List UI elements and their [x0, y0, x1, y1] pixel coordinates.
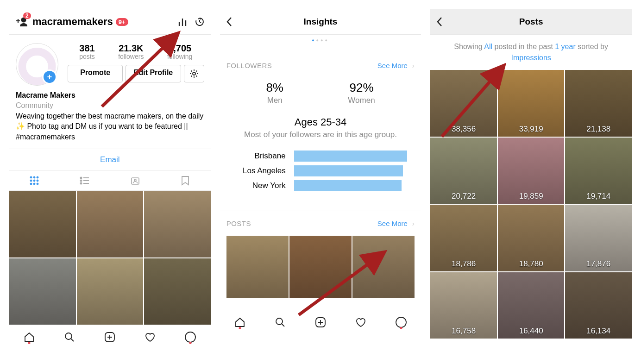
svg-point-20 — [276, 318, 283, 325]
impressions-count: 19,859 — [498, 192, 565, 201]
chevron-right-icon: › — [412, 220, 415, 227]
gear-icon[interactable] — [184, 65, 204, 82]
svg-point-8 — [30, 183, 32, 185]
impressions-count: 16,440 — [498, 326, 565, 336]
post-thumb[interactable]: 19,859 — [498, 138, 565, 204]
tab-tagged[interactable] — [110, 171, 160, 190]
impressions-count: 16,758 — [430, 326, 497, 336]
post-thumb[interactable]: 33,919 — [498, 70, 565, 137]
impressions-count: 18,786 — [430, 259, 497, 269]
posts-grid — [9, 191, 211, 325]
posts-header: POSTS See More › — [220, 211, 421, 236]
posts-grid: 38,35633,91921,13820,72219,85919,71418,7… — [430, 70, 632, 339]
gender-split: 8%Men 92%Women — [220, 78, 421, 108]
nav-add-icon[interactable] — [301, 316, 341, 328]
post-thumb[interactable] — [144, 258, 211, 325]
svg-point-18 — [185, 332, 195, 342]
svg-point-11 — [81, 177, 82, 178]
svg-point-4 — [37, 176, 38, 178]
post-thumb[interactable]: 20,722 — [430, 138, 497, 204]
svg-point-10 — [37, 183, 38, 185]
location-row: New York — [220, 178, 421, 193]
post-thumb[interactable]: 19,714 — [565, 138, 632, 204]
post-thumb[interactable]: 16,758 — [430, 272, 497, 339]
nav-activity-icon[interactable] — [340, 316, 381, 328]
svg-point-15 — [134, 179, 136, 181]
discover-people-icon[interactable]: 2 — [15, 16, 29, 27]
insights-screen: Insights ●●●● FOLLOWERS See More › 8%Men… — [220, 9, 421, 334]
nav-search-icon[interactable] — [260, 316, 301, 328]
age-range: Ages 25-34 Most of your followers are in… — [220, 108, 421, 143]
impressions-count: 38,356 — [430, 125, 497, 134]
post-thumb[interactable]: 16,134 — [565, 272, 632, 339]
back-icon[interactable] — [436, 16, 443, 27]
impressions-count: 19,714 — [565, 192, 632, 201]
filter-summary[interactable]: Showing All posted in the past 1 year so… — [430, 35, 632, 70]
email-button[interactable]: Email — [9, 149, 211, 171]
svg-point-5 — [30, 180, 32, 182]
bottom-nav — [9, 325, 211, 349]
post-thumb[interactable] — [289, 236, 352, 298]
impressions-count: 17,876 — [565, 259, 632, 269]
archive-icon[interactable] — [194, 16, 205, 27]
notification-badge[interactable]: 9+ — [116, 18, 128, 26]
post-thumb[interactable] — [226, 236, 289, 298]
svg-point-2 — [30, 176, 32, 178]
post-thumb[interactable]: 18,780 — [498, 205, 565, 271]
nav-profile-icon[interactable] — [381, 316, 421, 328]
svg-point-22 — [396, 317, 406, 327]
impressions-count: 18,780 — [498, 259, 565, 269]
chevron-right-icon: › — [412, 62, 415, 69]
back-icon[interactable] — [226, 16, 233, 27]
header: Posts — [430, 9, 632, 35]
post-thumb[interactable] — [144, 191, 211, 257]
page-title: Posts — [430, 17, 632, 27]
seemore-followers[interactable]: See More — [377, 62, 408, 69]
svg-point-6 — [33, 180, 35, 182]
header: Insights — [220, 9, 421, 35]
bottom-nav — [220, 310, 421, 334]
profile-screen: 2 macramemakers 9+ 381posts 21.3Kfollowe… — [9, 9, 211, 349]
nav-search-icon[interactable] — [50, 331, 90, 343]
edit-profile-button[interactable]: Edit Profile — [126, 65, 181, 82]
nav-home-icon[interactable] — [9, 331, 50, 343]
svg-point-12 — [81, 180, 82, 181]
tab-saved[interactable] — [160, 171, 211, 190]
impressions-count: 33,919 — [498, 125, 565, 134]
posts-screen: Posts Showing All posted in the past 1 y… — [430, 9, 632, 339]
svg-point-16 — [65, 333, 72, 339]
post-thumb[interactable] — [9, 191, 76, 257]
username[interactable]: macramemakers — [32, 16, 113, 28]
promote-button[interactable]: Promote — [68, 65, 123, 82]
nav-home-icon[interactable] — [220, 316, 260, 328]
seemore-posts[interactable]: See More — [377, 220, 408, 227]
page-dots: ●●●● — [220, 38, 421, 43]
post-thumb[interactable] — [9, 258, 76, 325]
nav-add-icon[interactable] — [90, 331, 130, 343]
tab-list[interactable] — [60, 171, 110, 190]
post-thumb[interactable]: 18,786 — [430, 205, 497, 271]
nav-profile-icon[interactable] — [170, 331, 211, 343]
post-previews — [220, 236, 421, 298]
followers-header: FOLLOWERS See More › — [220, 53, 421, 78]
post-thumb[interactable]: 16,440 — [498, 272, 565, 339]
tab-grid[interactable] — [9, 171, 60, 190]
header: 2 macramemakers 9+ — [9, 9, 211, 35]
post-thumb[interactable] — [77, 258, 144, 325]
nav-activity-icon[interactable] — [130, 331, 170, 343]
post-thumb[interactable] — [352, 236, 415, 298]
insights-icon[interactable] — [177, 17, 188, 27]
location-row: Los Angeles — [220, 163, 421, 178]
post-thumb[interactable]: 38,356 — [430, 70, 497, 137]
avatar[interactable] — [16, 43, 58, 86]
stats-row: 381posts 21.3Kfollowers 4,705following — [68, 43, 204, 60]
post-thumb[interactable]: 21,138 — [565, 70, 632, 137]
view-tabs — [9, 171, 211, 191]
bio: Macrame Makers Community Weaving togethe… — [9, 86, 211, 149]
post-thumb[interactable]: 17,876 — [565, 205, 632, 271]
impressions-count: 16,134 — [565, 326, 632, 336]
svg-point-13 — [81, 182, 82, 184]
impressions-count: 20,722 — [430, 192, 497, 201]
location-row: Brisbane — [220, 149, 421, 163]
post-thumb[interactable] — [77, 191, 144, 257]
